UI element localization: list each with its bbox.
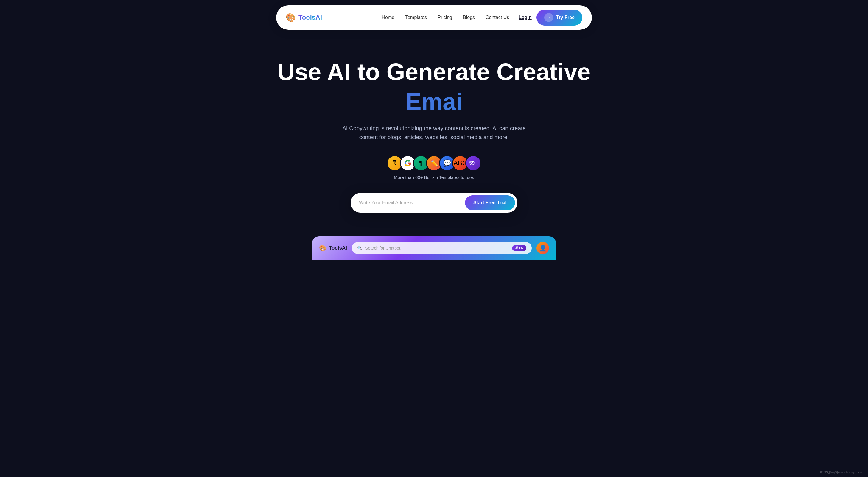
arrow-icon: → <box>544 13 553 22</box>
template-icons: ₹ ¶ ✏️ 💬 ABC 59+ <box>6 155 862 171</box>
email-input[interactable] <box>359 200 465 205</box>
hero-description: AI Copywriting is revolutionizing the wa… <box>342 124 526 142</box>
nav-actions: LogIn → Try Free <box>519 9 582 26</box>
watermark: BOOS源码网www.boosym.com <box>819 470 864 475</box>
logo-text: ToolsAI <box>299 14 322 22</box>
nav-wrapper: 🎨 ToolsAI Home Templates Pricing Blogs C… <box>0 0 868 35</box>
nav-link-blogs[interactable]: Blogs <box>463 15 475 20</box>
nav-link-contact[interactable]: Contact Us <box>486 15 509 20</box>
search-icon: 🔍 <box>357 246 362 250</box>
preview-logo-icon: 🎨 <box>319 245 327 252</box>
logo[interactable]: 🎨 ToolsAI <box>286 13 322 23</box>
email-form: Start Free Trial <box>350 193 518 213</box>
nav-link-templates[interactable]: Templates <box>405 15 427 20</box>
hero-section: Use AI to Generate Creative Emai AI Copy… <box>0 35 868 278</box>
preview-avatar: 👤 <box>536 242 549 254</box>
preview-logo: 🎨 ToolsAI <box>319 245 347 252</box>
nav-link-pricing[interactable]: Pricing <box>438 15 452 20</box>
start-trial-button[interactable]: Start Free Trial <box>465 195 515 210</box>
navbar: 🎨 ToolsAI Home Templates Pricing Blogs C… <box>276 5 592 30</box>
preview-search-bar[interactable]: 🔍 Search for Chatbot... ⌘+K <box>352 242 532 254</box>
preview-logo-text: ToolsAI <box>329 245 347 251</box>
try-free-button[interactable]: → Try Free <box>536 9 582 26</box>
login-button[interactable]: LogIn <box>519 15 532 20</box>
template-icon-count: 59+ <box>465 155 482 171</box>
nav-links: Home Templates Pricing Blogs Contact Us <box>382 15 509 20</box>
nav-link-home[interactable]: Home <box>382 15 395 20</box>
keyboard-shortcut: ⌘+K <box>512 245 526 251</box>
preview-card: 🎨 ToolsAI 🔍 Search for Chatbot... ⌘+K 👤 <box>312 236 556 260</box>
logo-icon: 🎨 <box>286 13 296 23</box>
hero-title-line2: Emai <box>6 88 862 116</box>
templates-label: More than 60+ Built-In Templates to use. <box>6 175 862 180</box>
hero-title-line1: Use AI to Generate Creative <box>6 59 862 85</box>
search-placeholder: Search for Chatbot... <box>365 246 404 250</box>
